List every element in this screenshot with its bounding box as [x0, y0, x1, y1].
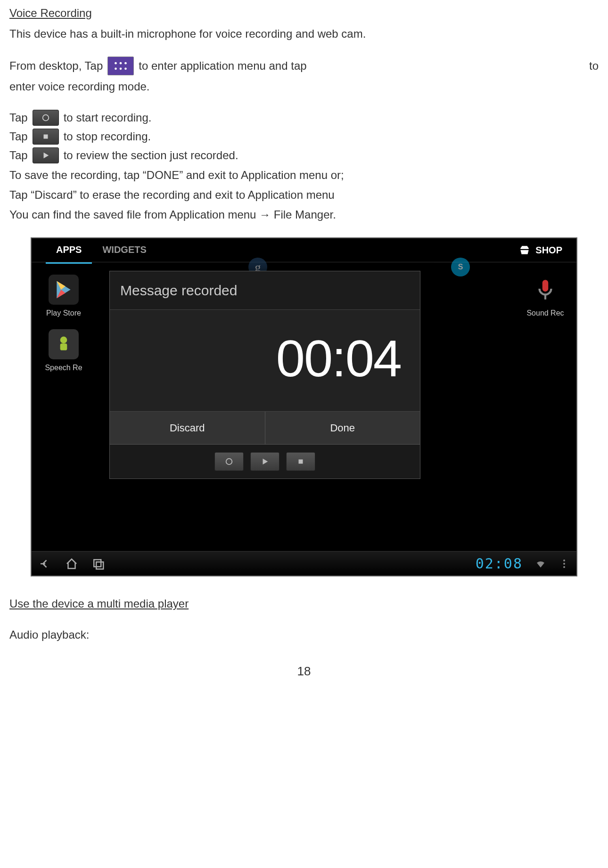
svg-marker-8	[43, 153, 49, 159]
svg-point-5	[124, 68, 127, 70]
svg-point-21	[563, 560, 565, 561]
audio-playback-heading: Audio playback:	[9, 626, 599, 643]
svg-rect-7	[43, 135, 48, 139]
instruction-record: Tap to start recording.	[9, 109, 599, 126]
svg-rect-18	[299, 460, 303, 464]
overflow-icon[interactable]	[559, 558, 570, 569]
section-heading-media: Use the device a multi media player	[9, 595, 599, 612]
recent-icon[interactable]	[91, 557, 105, 571]
text: to review the section just recorded.	[64, 147, 238, 164]
tab-widgets[interactable]: WIDGETS	[92, 237, 156, 264]
shop-button[interactable]: SHOP	[518, 243, 562, 257]
play-button[interactable]	[250, 452, 279, 471]
app-label: Sound Rec	[526, 308, 564, 319]
svg-point-16	[226, 459, 232, 465]
app-skype[interactable]: S	[442, 258, 479, 279]
recording-dialog: Message recorded 00:04 Discard Done	[109, 271, 420, 479]
home-icon[interactable]	[65, 557, 79, 571]
svg-point-22	[563, 563, 565, 565]
text: Tap	[9, 128, 28, 145]
wifi-icon	[535, 558, 546, 569]
svg-point-3	[115, 68, 117, 70]
text: to enter application menu and tap	[139, 57, 306, 74]
section-heading-voice: Voice Recording	[9, 5, 599, 22]
shop-label: SHOP	[535, 243, 562, 257]
app-sound-recorder[interactable]: Sound Rec	[526, 275, 564, 319]
system-navbar: 02:08	[32, 551, 576, 576]
svg-point-4	[120, 68, 122, 70]
text: to stop recording.	[64, 128, 151, 145]
app-speech-recorder[interactable]: Speech Re	[45, 329, 82, 373]
svg-rect-13	[60, 343, 67, 350]
svg-point-0	[115, 62, 117, 65]
done-button[interactable]: Done	[265, 412, 420, 444]
dialog-timer: 00:04	[110, 310, 420, 411]
svg-point-1	[120, 62, 122, 65]
svg-point-2	[124, 62, 127, 65]
app-label: Play Store	[45, 308, 82, 319]
instruction-stop: Tap to stop recording.	[9, 128, 599, 145]
app-play-store[interactable]: Play Store	[45, 275, 82, 319]
tab-apps[interactable]: APPS	[46, 237, 92, 264]
svg-rect-14	[542, 280, 549, 292]
record-button[interactable]	[214, 452, 244, 471]
app-label: Speech Re	[45, 362, 82, 373]
instruction-review: Tap to review the section just recorded.	[9, 147, 599, 164]
text: Tap	[9, 147, 28, 164]
text: to	[589, 57, 599, 74]
instruction-line-1b: enter voice recording mode.	[9, 78, 599, 95]
stop-icon	[33, 129, 59, 145]
save-instruction-2: Tap “Discard” to erase the recording and…	[9, 187, 599, 203]
dialog-title: Message recorded	[110, 271, 420, 310]
discard-button[interactable]: Discard	[110, 412, 265, 444]
screenshot-voice-recorder: APPS WIDGETS SHOP Play Store Speech Re g…	[31, 237, 577, 576]
record-icon	[33, 110, 59, 126]
page-number: 18	[9, 662, 599, 681]
stop-button[interactable]	[286, 452, 315, 471]
svg-point-6	[42, 115, 49, 121]
status-clock: 02:08	[476, 553, 523, 574]
play-icon	[33, 147, 59, 163]
svg-point-12	[60, 337, 67, 344]
text: to start recording.	[64, 109, 152, 126]
apps-topbar: APPS WIDGETS SHOP	[32, 238, 576, 262]
svg-rect-19	[94, 560, 101, 567]
text: From desktop, Tap	[9, 57, 103, 74]
svg-marker-17	[263, 459, 268, 465]
apps-menu-icon	[107, 57, 134, 75]
intro-text: This device has a built-in microphone fo…	[9, 25, 599, 42]
apps-grid: Play Store Speech Re g S Sound Rec Messa…	[32, 262, 576, 526]
save-instruction-3: You can find the saved file from Applica…	[9, 206, 599, 223]
svg-rect-20	[96, 562, 103, 569]
svg-point-23	[563, 566, 565, 568]
instruction-line-1: From desktop, Tap to enter application m…	[9, 57, 599, 75]
save-instruction-1: To save the recording, tap “DONE” and ex…	[9, 167, 599, 184]
text: Tap	[9, 109, 28, 126]
back-icon[interactable]	[38, 557, 52, 571]
